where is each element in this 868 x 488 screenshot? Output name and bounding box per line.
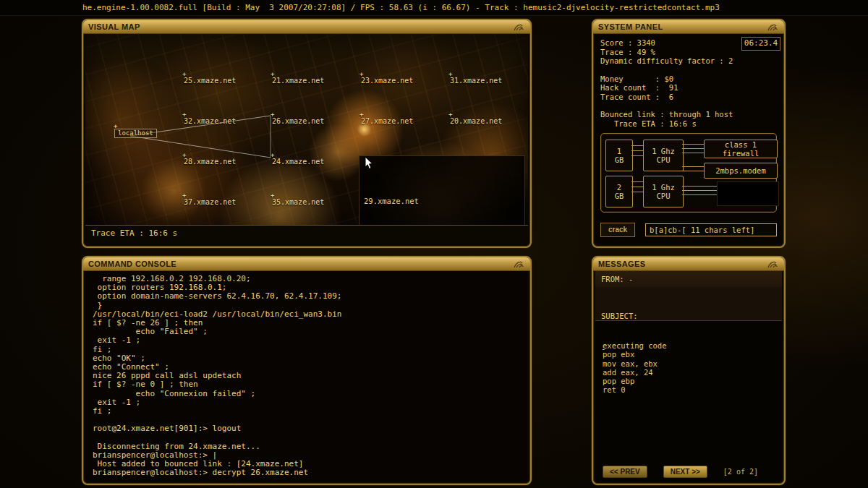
node-cross-icon: + [359,111,363,118]
node-cross-icon: + [448,111,452,118]
map-node[interactable]: +31.xmaze.net [450,77,502,85]
stat-line: Trace count : 6 [600,93,777,102]
node-cross-icon: + [271,70,274,77]
messages-title: MESSAGES [598,260,646,268]
map-node-label: 35.xmaze.net [272,198,324,206]
ram-module-1: 1 GB [605,140,633,171]
next-message-button[interactable]: NEXT >> [663,466,707,478]
map-node-label: 31.xmaze.net [450,77,502,85]
ram-module-2: 2 GB [605,176,633,207]
node-cross-icon: + [271,111,274,118]
system-panel: SYSTEM PANEL 06:23.4 Score : 3340Trace :… [592,19,786,248]
node-cross-icon: + [271,151,274,158]
stat-line: Dynamic difficulty factor : 2 [600,56,777,66]
message-subject: SUBJECT: - [595,287,782,321]
command-console-titlebar: COMMAND CONSOLE [83,257,530,271]
bus-line [631,155,643,156]
firewall-module: class 1 firewall [704,140,778,158]
map-node-label: 26.xmaze.net [272,117,324,125]
console-line: fi ; [93,346,521,354]
map-view[interactable]: +25.xmaze.net +21.xmaze.net +23.xmaze.ne… [85,34,528,226]
bus-line [682,166,704,167]
console-line: exit -1 ; [93,398,521,407]
console-line [93,434,521,442]
host-tooltip: 29.xmaze.net ports: 1 (open/hacked: 0) e… [359,155,525,226]
map-node[interactable]: +26.xmaze.net [272,118,324,125]
cpu-module-2: 1 Ghz CPU [643,176,684,207]
bus-line [682,148,704,149]
map-node-label: 20.xmaze.net [450,117,502,125]
command-console-panel: COMMAND CONSOLE range 192.168.0.2 192.16… [82,256,532,485]
panel-ornament-icon [514,260,525,268]
message-from: FROM: - [595,271,782,287]
messages-body: FROM: - SUBJECT: - executing codepop ebx… [595,271,782,481]
panel-ornament-icon [767,22,779,31]
prev-message-button[interactable]: << PREV [603,466,647,478]
node-cross-icon: + [182,192,186,199]
hardware-slot-empty [717,181,779,206]
map-node[interactable]: +23.xmaze.net [361,77,413,85]
bus-line [682,194,717,195]
console-output[interactable]: range 192.168.0.2 192.168.0.20; option r… [85,271,528,481]
message-line: add eax, 24 [603,368,775,377]
bus-line [631,192,643,192]
node-cross-icon: + [271,192,274,199]
console-line: fi ; [93,407,521,416]
cpu-module-1: 1 Ghz CPU [643,140,684,171]
stat-line: Bounced link : through 1 host [600,110,777,119]
localhost-node[interactable]: +localhost [114,129,157,138]
map-node-label: 37.xmaze.net [184,198,236,206]
crack-button[interactable]: crack [600,223,635,237]
bus-line [631,181,643,182]
console-line: exit -1 ; [93,336,521,345]
bus-line [682,186,717,187]
mouse-cursor-icon [365,157,374,170]
messages-titlebar: MESSAGES [593,257,784,271]
map-node[interactable]: +27.xmaze.net [361,118,413,125]
messages-panel: MESSAGES FROM: - SUBJECT: - executing co… [592,256,786,485]
message-line: executing code [603,341,775,350]
bus-line [631,187,643,187]
bus-line [682,171,704,171]
panel-ornament-icon [514,22,525,31]
map-node-label: 23.xmaze.net [361,77,413,85]
console-line: } [93,301,521,310]
bus-line [631,150,643,151]
map-node[interactable]: +37.xmaze.net [184,199,236,206]
console-line: echo "Connexion failed" ; [93,390,521,398]
engine-status-bar: he.engine-1.00.0082.full [Build : May 3 … [0,0,868,16]
visual-map-title: VISUAL MAP [88,22,140,31]
map-node[interactable]: +24.xmaze.net [272,158,324,166]
map-node-label: 32.xmaze.net [184,117,236,125]
crack-row: crack [600,223,777,237]
message-line: pop ebp [603,377,775,385]
map-node[interactable]: +25.xmaze.net [184,77,236,85]
map-node[interactable]: +20.xmaze.net [450,118,502,125]
system-panel-titlebar: SYSTEM PANEL [593,20,784,34]
resource-stats: Money : $0Hack count : 91Trace count : 6 [600,74,777,102]
message-line: mov eax, ebx [603,359,775,368]
console-line: option domain-name-servers 62.4.16.70, 6… [93,292,521,301]
map-node[interactable]: +32.xmaze.net [184,118,236,125]
node-cross-icon: + [182,151,186,158]
system-panel-title: SYSTEM PANEL [598,22,663,31]
visual-map-titlebar: VISUAL MAP [83,20,530,34]
console-line: echo "Failed" ; [93,328,521,336]
crack-input[interactable] [645,223,777,236]
map-node[interactable]: +35.xmaze.net [272,199,324,206]
message-content: executing codepop ebxmov eax, ebxadd eax… [595,341,782,395]
stat-line: Hack count : 91 [600,83,777,93]
map-node-label: 25.xmaze.net [184,77,236,85]
map-node-label: 24.xmaze.net [272,158,324,166]
bus-line [682,153,704,153]
map-node[interactable]: +28.xmaze.net [184,158,236,166]
stat-line: Trace ETA : 16:6 s [600,119,777,129]
map-node-label: 27.xmaze.net [361,117,413,125]
node-cross-icon: + [359,70,363,77]
bus-line [682,144,704,145]
timer: 06:23.4 [741,37,780,51]
map-node[interactable]: +21.xmaze.net [272,77,324,85]
tooltip-line: 29.xmaze.net [364,197,520,206]
message-line: pop ebx [603,350,775,359]
node-cross-icon: + [114,122,117,130]
